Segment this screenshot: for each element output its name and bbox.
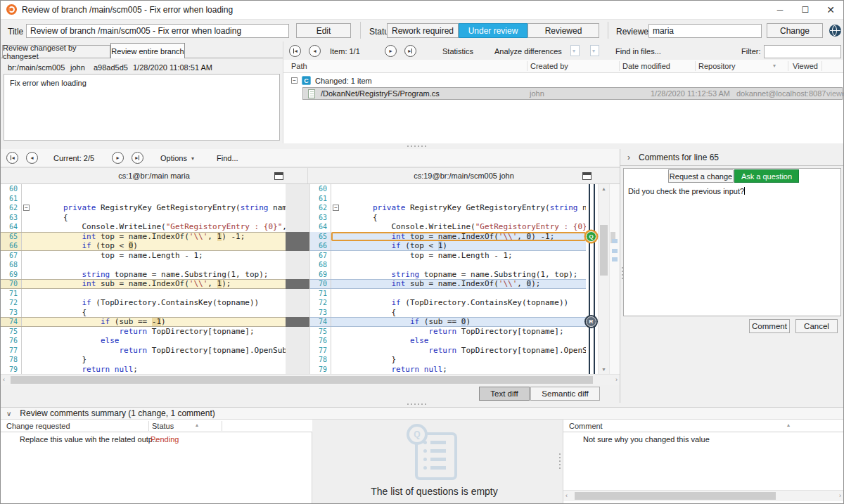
code-line-66[interactable]: 66 if (top < 1): [310, 241, 586, 251]
code-line-70[interactable]: 70 int sub = name.IndexOf('\\', 0);: [310, 279, 586, 289]
reviewer-input[interactable]: [648, 24, 762, 38]
analyze-differences-button[interactable]: Analyze differences: [494, 47, 562, 56]
code-line-63[interactable]: 63 {: [310, 213, 586, 223]
column-comment[interactable]: Comment: [569, 422, 603, 430]
summary-header[interactable]: ∨ Review comments summary (1 change, 1 c…: [1, 407, 843, 420]
vertical-scrollbar[interactable]: ▲ ▼: [598, 184, 609, 374]
question-marker-icon[interactable]: Q: [586, 231, 596, 242]
code-line-69[interactable]: 69 string topname = name.Substring(1, to…: [310, 270, 586, 280]
export-report-icon[interactable]: [570, 45, 580, 56]
comments-horizontal-scrollbar[interactable]: ‹ ›: [563, 490, 843, 501]
scroll-left-icon[interactable]: ‹: [3, 376, 5, 383]
edit-button[interactable]: Edit: [296, 23, 351, 38]
code-line-78[interactable]: 78 }: [1, 355, 286, 365]
cancel-button[interactable]: Cancel: [795, 319, 838, 333]
request-a-change-button[interactable]: Request a change: [668, 169, 734, 183]
rework-marker-icon[interactable]: R: [586, 316, 596, 327]
code-line-76[interactable]: 76 else: [1, 336, 286, 346]
collapse-group-icon[interactable]: −: [291, 77, 298, 84]
ask-a-question-button[interactable]: Ask a question: [734, 169, 799, 183]
column-date-modified[interactable]: Date modified: [622, 60, 670, 72]
column-viewed[interactable]: Viewed: [793, 60, 818, 72]
code-line-79[interactable]: 79 return null;: [310, 365, 586, 375]
vertical-splitter-handle[interactable]: [559, 453, 561, 469]
code-line-62[interactable]: 62− private RegistryKey GetRegistoryEntr…: [1, 203, 286, 213]
maximize-pane-icon[interactable]: [582, 172, 592, 180]
diff-overview-strip[interactable]: [609, 184, 620, 374]
code-line-72[interactable]: 72 if (TopDirectory.ContainsKey(topname)…: [310, 298, 586, 308]
code-line-66[interactable]: 66 if (top < 0): [1, 241, 286, 251]
fold-collapse-icon[interactable]: −: [333, 205, 339, 211]
change-request-row[interactable]: Replace this value wih the related outp.…: [1, 432, 312, 444]
code-line-63[interactable]: 63 {: [1, 213, 286, 223]
status-reviewed-button[interactable]: Reviewed: [528, 23, 599, 38]
minimize-button[interactable]: ─: [767, 1, 793, 19]
scroll-down-icon[interactable]: ▼: [599, 367, 609, 372]
maximize-button[interactable]: ☐: [793, 1, 818, 19]
next-diff-button[interactable]: ▸: [112, 152, 124, 164]
code-line-65[interactable]: 65 int top = name.IndexOf('\\', 0) -1;: [310, 232, 586, 242]
code-line-77[interactable]: 77 return TopDirectory[topname].OpenSubK…: [310, 346, 586, 356]
code-line-61[interactable]: 61: [1, 194, 286, 204]
code-line-64[interactable]: 64 Console.WriteLine("GetRegistoryEntry …: [1, 222, 286, 232]
code-line-61[interactable]: 61: [310, 194, 586, 204]
code-line-75[interactable]: 75 return TopDirectory[topname];: [1, 327, 286, 337]
column-created-by[interactable]: Created by: [530, 60, 568, 72]
horizontal-splitter-handle[interactable]: [407, 403, 426, 405]
code-line-72[interactable]: 72 if (TopDirectory.ContainsKey(topname)…: [1, 298, 286, 308]
code-line-74[interactable]: 74 if (sub == -1): [1, 317, 286, 327]
vertical-scrollbar-thumb[interactable]: [600, 225, 608, 276]
status-under-review-button[interactable]: Under review: [459, 23, 528, 38]
code-line-71[interactable]: 71: [310, 289, 586, 299]
code-line-70[interactable]: 70 int sub = name.IndexOf('\\', 1);: [1, 279, 286, 289]
code-line-68[interactable]: 68: [1, 260, 286, 270]
code-line-76[interactable]: 76 else: [310, 336, 586, 346]
status-rework-required-button[interactable]: Rework required: [387, 23, 459, 38]
text-diff-button[interactable]: Text diff: [479, 387, 530, 401]
maximize-pane-icon[interactable]: [274, 172, 283, 180]
scroll-right-icon[interactable]: ›: [615, 376, 618, 383]
previous-item-button[interactable]: ◂: [309, 45, 321, 57]
next-item-button[interactable]: ▸: [385, 45, 397, 57]
column-status[interactable]: Status: [152, 422, 174, 430]
statistics-button[interactable]: Statistics: [442, 47, 473, 56]
collapse-summary-icon[interactable]: ∨: [6, 410, 11, 418]
column-change-requested[interactable]: Change requested: [6, 422, 70, 430]
code-line-65[interactable]: 65 int top = name.IndexOf('\\', 1) -1;: [1, 232, 286, 242]
code-line-78[interactable]: 78 }: [310, 355, 586, 365]
code-line-60[interactable]: 60: [1, 184, 286, 194]
tab-review-entire-branch[interactable]: Review entire branch: [110, 43, 185, 58]
code-line-73[interactable]: 73 {: [1, 308, 286, 318]
code-line-67[interactable]: 67 top = name.Length - 1;: [1, 251, 286, 261]
comment-editor-box[interactable]: Did you check the previous input?: [623, 168, 841, 316]
find-button[interactable]: Find...: [217, 154, 238, 162]
code-line-73[interactable]: 73 {: [310, 308, 586, 318]
scroll-up-icon[interactable]: ▲: [599, 186, 609, 191]
horizontal-scrollbar[interactable]: ‹ ›: [1, 374, 620, 385]
code-line-67[interactable]: 67 top = name.Length - 1;: [310, 251, 586, 261]
code-line-64[interactable]: 64 Console.WriteLine("GetRegistoryEntry …: [310, 222, 586, 232]
code-line-79[interactable]: 79 return null;: [1, 365, 286, 375]
filter-input[interactable]: [764, 45, 841, 58]
globe-icon[interactable]: [829, 25, 841, 37]
import-report-icon[interactable]: [590, 45, 599, 56]
group-row-label[interactable]: Changed: 1 item: [315, 77, 372, 85]
comment-row[interactable]: Not sure why you changed this value: [563, 432, 843, 444]
first-item-button[interactable]: ◂: [289, 45, 301, 57]
fold-collapse-icon[interactable]: −: [23, 205, 30, 211]
options-menu-button[interactable]: Options: [160, 154, 187, 162]
file-row-selected[interactable]: /DokanNet/RegistryFS/Program.cs john 1/2…: [302, 87, 843, 100]
code-line-74[interactable]: 74 if (sub == 0): [310, 317, 586, 327]
tab-review-changeset-by-changeset[interactable]: Review changeset by changeset: [2, 45, 110, 58]
code-line-77[interactable]: 77 return TopDirectory[topname].OpenSubK…: [1, 346, 286, 356]
scroll-left-icon[interactable]: ‹: [565, 492, 568, 499]
horizontal-scrollbar-thumb[interactable]: [11, 376, 593, 384]
horizontal-scrollbar-thumb[interactable]: [575, 492, 776, 500]
horizontal-splitter-handle[interactable]: [407, 146, 426, 147]
column-repository[interactable]: Repository: [698, 60, 736, 72]
collapse-panel-icon[interactable]: ›: [627, 153, 630, 162]
comment-button[interactable]: Comment: [749, 319, 790, 333]
find-in-files-button[interactable]: Find in files...: [615, 47, 661, 56]
code-line-60[interactable]: 60: [310, 184, 586, 194]
semantic-diff-button[interactable]: Semantic diff: [530, 387, 600, 401]
